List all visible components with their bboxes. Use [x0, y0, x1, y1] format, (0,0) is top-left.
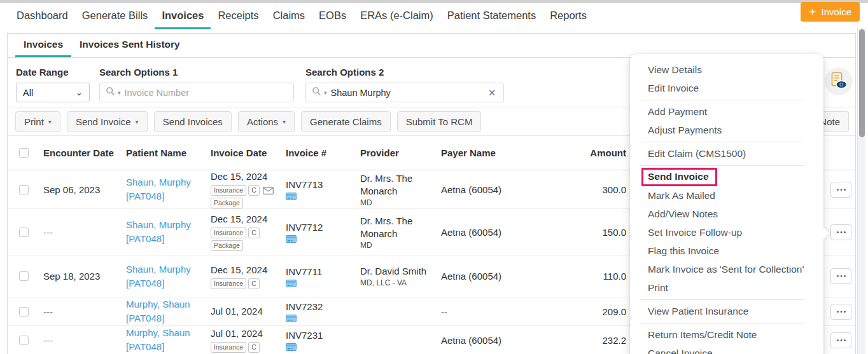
menu-item-edit-claim-cms1500[interactable]: Edit Claim (CMS1500) [630, 144, 823, 163]
provider-name: Dr. Mrs. The Monarch [360, 172, 435, 198]
provider-credentials: MD [360, 198, 435, 207]
invoice-number-input[interactable] [125, 88, 288, 98]
toolbar-button-print[interactable]: Print▾ [15, 111, 60, 132]
vertical-scrollbar[interactable] [857, 28, 865, 354]
toolbar-button-label: Generate Claims [310, 116, 382, 127]
column-header-invoice: Invoice # [279, 147, 354, 159]
nav-item-generate-bills[interactable]: Generate Bills [75, 3, 155, 29]
patient-id-link[interactable]: [PAT048] [126, 311, 204, 325]
badge-row: InsuranceC [211, 185, 279, 196]
row-select-cell [8, 271, 37, 281]
menu-item-mark-invoice-as-sent-for-collection[interactable]: Mark Invoice as 'Sent for Collection' [630, 260, 823, 278]
toolbar-button-label: Send Invoices [163, 116, 223, 127]
provider-cell: Dr. Mrs. The MonarchMD [354, 215, 435, 250]
plus-icon: + [809, 6, 816, 18]
nav-item-receipts[interactable]: Receipts [211, 3, 265, 29]
new-invoice-button[interactable]: + Invoice [801, 2, 860, 22]
row-checkbox[interactable] [19, 271, 29, 281]
search-icon[interactable] [106, 86, 115, 99]
patient-name-cell: Murphy, Shaun[PAT048] [120, 326, 204, 354]
patient-name-link[interactable]: Shaun, Murphy [126, 218, 204, 232]
toolbar-button-generate-claims[interactable]: Generate Claims [301, 111, 391, 132]
row-checkbox[interactable] [19, 307, 29, 317]
menu-item-view-patient-insurance[interactable]: View Patient Insurance [630, 302, 823, 320]
nav-item-invoices[interactable]: Invoices [155, 3, 211, 29]
invoice-date-cell: Jul 01, 2024 [204, 305, 279, 318]
menu-item-adjust-payments[interactable]: Adjust Payments [630, 121, 823, 139]
row-actions-cell: ••• [826, 182, 855, 198]
patient-name-link[interactable]: Murphy, Shaun [126, 297, 204, 311]
clear-search-icon[interactable]: ✕ [486, 88, 498, 98]
provider-name: Dr. Mrs. The Monarch [360, 215, 435, 240]
search-options-1-field: ▾ [99, 83, 294, 102]
select-all-checkbox[interactable] [19, 148, 29, 158]
tab-invoices[interactable]: Invoices [15, 34, 71, 57]
row-more-button[interactable]: ••• [830, 224, 851, 240]
patient-id-link[interactable]: [PAT048] [126, 276, 204, 290]
row-checkbox[interactable] [19, 228, 29, 237]
patient-id-link[interactable]: [PAT048] [126, 232, 204, 246]
row-more-button[interactable]: ••• [830, 182, 851, 198]
row-more-button[interactable]: ••• [830, 268, 851, 284]
row-actions-cell: ••• [826, 304, 855, 320]
patient-id-link[interactable]: [PAT048] [126, 189, 204, 203]
nav-item-claims[interactable]: Claims [266, 3, 312, 29]
statement-card-icon [286, 193, 354, 200]
row-checkbox[interactable] [19, 336, 29, 345]
context-menu: View DetailsEdit InvoiceAdd PaymentAdjus… [630, 54, 823, 354]
nav-item-eras-e-claim[interactable]: ERAs (e-Claim) [353, 3, 440, 29]
toolbar-button-send-invoice[interactable]: Send Invoice▾ [67, 111, 148, 132]
search-icon[interactable] [312, 86, 321, 99]
column-header-amount: Amount [536, 147, 629, 159]
menu-item-return-items-credit-note[interactable]: Return Items/Credit Note [630, 325, 823, 344]
row-more-button[interactable]: ••• [830, 332, 851, 348]
menu-item-add-view-notes[interactable]: Add/View Notes [630, 205, 823, 223]
patient-name-cell: Shaun, Murphy[PAT048] [120, 175, 204, 203]
nav-item-dashboard[interactable]: Dashboard [10, 3, 75, 29]
menu-item-print[interactable]: Print [630, 278, 823, 297]
row-more-button[interactable]: ••• [830, 304, 851, 320]
toolbar-button-submit-to-rcm[interactable]: Submit To RCM [397, 111, 482, 132]
menu-item-flag-this-invoice[interactable]: Flag this Invoice [630, 242, 823, 260]
nav-item-reports[interactable]: Reports [543, 3, 594, 29]
invoice-date-cell: Jul 01, 2024InsuranceC [204, 327, 279, 353]
patient-name-cell: Murphy, Shaun[PAT048] [120, 297, 204, 325]
date-range-value: All [23, 88, 33, 98]
row-select-cell [8, 185, 37, 194]
menu-item-set-invoice-follow-up[interactable]: Set Invoice Follow-up [630, 223, 823, 242]
menu-item-send-invoice[interactable]: Send Invoice [630, 168, 823, 186]
toolbar-button-send-invoices[interactable]: Send Invoices [154, 111, 232, 132]
badge-row: Package [211, 198, 279, 208]
toolbar-button-label: Send Invoice [76, 116, 131, 127]
document-eye-icon [830, 72, 848, 92]
preview-notes-button[interactable] [825, 67, 853, 95]
patient-search-input[interactable] [331, 88, 484, 98]
row-actions-cell: ••• [826, 224, 855, 240]
invoice-date-text: Dec 15, 2024 [211, 170, 279, 183]
search-caret-icon[interactable]: ▾ [118, 90, 121, 96]
menu-item-view-details[interactable]: View Details [630, 60, 823, 79]
menu-item-add-payment[interactable]: Add Payment [630, 102, 823, 121]
menu-arrow [823, 228, 830, 239]
toolbar-button-actions[interactable]: Actions▾ [238, 111, 295, 132]
menu-item-edit-invoice[interactable]: Edit Invoice [630, 79, 823, 97]
nav-item-eobs[interactable]: EOBs [312, 3, 353, 29]
scrollbar-thumb[interactable] [859, 29, 865, 137]
date-range-select[interactable]: All ⌄ [16, 83, 90, 102]
patient-name-link[interactable]: Murphy, Shaun [126, 326, 204, 340]
nav-item-patient-statements[interactable]: Patient Statements [440, 3, 543, 29]
patient-id-link[interactable]: [PAT048] [126, 340, 204, 354]
menu-item-mark-as-mailed[interactable]: Mark As Mailed [630, 186, 823, 205]
statement-card-icon [286, 315, 354, 322]
tab-invoices-sent-history[interactable]: Invoices Sent History [71, 34, 188, 57]
payer-name-cell: Aetna (60054) [435, 335, 536, 346]
patient-name-link[interactable]: Shaun, Murphy [126, 175, 204, 189]
invoice-number: INV7711 [286, 266, 354, 278]
invoice-number: INV7713 [286, 179, 354, 191]
search-caret-icon[interactable]: ▾ [324, 90, 327, 96]
row-checkbox[interactable] [19, 185, 29, 194]
menu-item-cancel-invoice[interactable]: Cancel Invoice [630, 344, 823, 354]
provider-cell: Dr. David SmithMD, LLC - VA [354, 265, 435, 287]
patient-name-link[interactable]: Shaun, Murphy [126, 262, 204, 276]
badge-insurance: Insurance [211, 278, 246, 289]
